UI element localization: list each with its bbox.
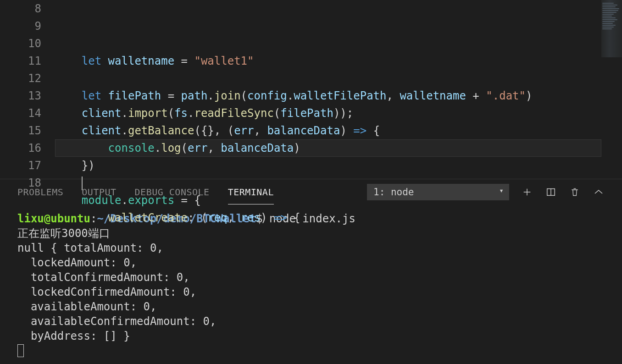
line-number: 15 <box>0 122 41 139</box>
code-line[interactable]: console.log(err, balanceData) <box>55 139 622 157</box>
line-number: 13 <box>0 87 41 105</box>
code-line[interactable]: module.exports = { <box>55 192 622 209</box>
terminal-cursor <box>17 344 24 357</box>
line-number: 10 <box>0 35 41 52</box>
line-number: 14 <box>0 105 41 122</box>
code-line[interactable]: client.import(fs.readFileSync(filePath))… <box>55 105 622 122</box>
line-number: 8 <box>0 0 41 17</box>
code-line[interactable] <box>55 35 622 52</box>
code-line[interactable]: client.getBalance({}, (err, balanceData)… <box>55 122 622 139</box>
terminal-output-line: availableAmount: 0, <box>17 299 605 314</box>
terminal-output-line: byAddress: [] } <box>17 329 605 343</box>
line-number: 12 <box>0 70 41 87</box>
line-number: 16 <box>0 139 41 157</box>
line-number: 11 <box>0 52 41 70</box>
text-cursor <box>82 176 83 190</box>
code-line[interactable]: walletCreate: (req, res) => { <box>55 209 622 226</box>
line-number: 9 <box>0 17 41 35</box>
code-line[interactable] <box>55 70 622 87</box>
terminal-output-line: totalConfirmedAmount: 0, <box>17 270 605 285</box>
terminal-output-line: lockedConfirmedAmount: 0, <box>17 285 605 299</box>
code-line[interactable]: }) <box>55 157 622 174</box>
editor-area[interactable]: 89101112131415161718 let walletname = "w… <box>0 0 622 179</box>
terminal-output-line: availableConfirmedAmount: 0, <box>17 314 605 329</box>
line-number-gutter: 89101112131415161718 <box>0 0 55 179</box>
code-line[interactable]: let walletname = "wallet1" <box>55 52 622 70</box>
line-number: 18 <box>0 174 41 192</box>
code-line[interactable] <box>55 174 622 192</box>
line-number: 17 <box>0 157 41 174</box>
code-line[interactable]: let filePath = path.join(config.walletFi… <box>55 87 622 105</box>
code-area[interactable]: let walletname = "wallet1" let filePath … <box>55 0 622 179</box>
